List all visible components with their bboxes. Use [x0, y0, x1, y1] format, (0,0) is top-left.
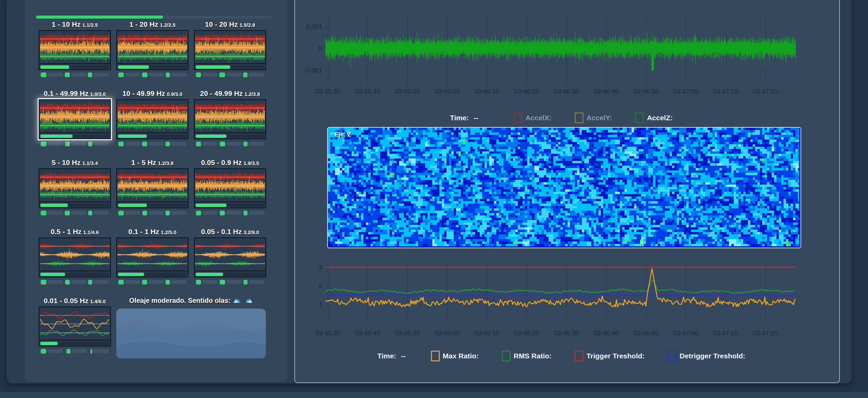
accelx-label: AccelX:: [526, 114, 552, 122]
accelz-checkbox[interactable]: [635, 112, 644, 123]
filter-band-thumbnail[interactable]: [194, 168, 266, 208]
filter-band-thumbnail[interactable]: [39, 168, 111, 208]
indicator-level: [196, 280, 201, 285]
filter-band-cell: 1 - 10 Hz1.1/2.5: [39, 19, 111, 88]
legend-item-accelz: AccelZ:: [635, 112, 673, 123]
filter-band-cell: 10 - 20 Hz1.5/2.8: [194, 19, 266, 88]
time-value: --: [474, 114, 478, 122]
filter-band-ratio: 0.9/3.0: [167, 91, 182, 97]
waveform-thumbnail-canvas: [117, 169, 188, 201]
filter-band-range: 0.5 - 1 Hz: [51, 228, 82, 235]
sea-state-label: Oleaje moderado. Sentido olas:: [116, 295, 266, 306]
channel-indicator: [243, 141, 264, 146]
filter-band-thumbnail[interactable]: [39, 30, 111, 70]
filter-band-thumbnail[interactable]: [39, 237, 111, 277]
indicator-level: [219, 72, 225, 77]
accely-checkbox[interactable]: [575, 112, 584, 123]
channel-indicators: [116, 141, 189, 146]
x-tick-label: 03:47:10: [713, 330, 738, 337]
indicator-track: [71, 142, 86, 146]
filter-band-range: 20 - 49.99 Hz: [200, 89, 243, 97]
filter-band-thumbnail[interactable]: [116, 30, 189, 70]
channel-indicators: [39, 210, 111, 215]
thumbnail-progress-fill: [40, 204, 68, 207]
channel-indicators: [39, 349, 111, 354]
thumbnail-progress: [39, 63, 110, 69]
indicator-level: [243, 211, 248, 215]
channel-indicator: [196, 72, 218, 77]
filter-band-ratio: 1.9/3.5: [243, 160, 259, 166]
indicator-track: [93, 211, 109, 215]
indicator-track: [71, 280, 86, 284]
filter-band-thumbnail[interactable]: [116, 168, 189, 208]
channel-indicator: [41, 349, 63, 354]
rms-ratio-checkbox[interactable]: [502, 351, 511, 361]
filter-band-ratio: 1.1/2.5: [82, 22, 98, 28]
indicator-track: [171, 280, 186, 284]
channel-indicator: [219, 72, 242, 77]
channel-indicator: [118, 279, 140, 285]
channel-indicator: [220, 210, 241, 215]
indicator-track: [72, 349, 87, 353]
filter-band-thumbnail[interactable]: [194, 237, 266, 277]
max-ratio-checkbox[interactable]: [431, 351, 440, 361]
channel-indicator: [196, 141, 218, 146]
accelx-checkbox[interactable]: [514, 112, 522, 123]
filter-band-thumbnail[interactable]: [39, 307, 111, 347]
indicator-level: [196, 142, 201, 146]
filter-band-thumbnail[interactable]: [194, 30, 266, 70]
filter-band-cell: 0.05 - 0.9 Hz1.9/3.5: [194, 157, 266, 226]
waveform-thumbnail-canvas: [195, 238, 265, 270]
bottom-strip: [0, 392, 868, 398]
filter-band-ratio: 1.2/3.8: [244, 91, 260, 97]
filter-band-ratio: 1.2/2.5: [160, 22, 176, 28]
time-value: --: [401, 352, 406, 360]
indicator-level: [88, 72, 92, 77]
channel-indicators: [194, 141, 266, 146]
charts-panel: 0,001 0 -0,001 03:45:3003:45:4003:45:500…: [294, 0, 840, 383]
indicator-level: [243, 142, 248, 146]
detrigger-threshold-checkbox[interactable]: [668, 351, 676, 361]
indicator-track: [171, 142, 186, 146]
filter-band-thumbnail[interactable]: [116, 237, 189, 277]
indicator-track: [249, 142, 264, 146]
thumbnail-progress: [39, 340, 110, 346]
x-tick-label: 03:45:30: [315, 88, 340, 95]
trigger-threshold-checkbox[interactable]: [575, 351, 584, 361]
x-tick-label: 03:45:50: [395, 88, 420, 95]
filter-band-title: 10 - 20 Hz1.5/2.8: [194, 19, 266, 30]
filter-band-thumbnail[interactable]: [39, 99, 111, 139]
filter-band-range: 1 - 20 Hz: [129, 20, 158, 28]
accelz-label: AccelZ:: [647, 114, 673, 122]
filter-band-ratio: 1.1/4.6: [83, 229, 99, 235]
legend-item-accelx: AccelX:: [514, 112, 552, 123]
indicator-track: [125, 142, 140, 146]
filter-band-thumbnail[interactable]: [194, 99, 266, 139]
indicator-level: [88, 211, 92, 215]
filter-band-cell: 0.05 - 0.1 Hz3.2/9.0: [194, 226, 266, 295]
thumbnail-progress-track: [118, 273, 187, 276]
x-tick-label: 03:45:40: [355, 330, 380, 337]
filter-band-ratio: 1.0/3.0: [90, 91, 106, 97]
x-tick-label: 03:45:30: [315, 330, 340, 337]
filter-band-range: 0.1 - 49.99 Hz: [44, 89, 88, 97]
waveform-thumbnail-canvas: [117, 100, 188, 132]
filter-band-thumbnail[interactable]: [116, 99, 189, 139]
legend-item-rms-ratio: RMS Ratio:: [502, 351, 552, 361]
x-tick-label: 03:46:30: [554, 330, 579, 337]
indicator-track: [71, 73, 86, 77]
indicator-level: [65, 280, 70, 285]
indicator-track: [47, 280, 63, 284]
thumbnail-progress: [117, 271, 188, 277]
x-tick-label: 03:45:40: [355, 88, 380, 95]
indicator-track: [125, 73, 140, 77]
channel-indicators: [39, 72, 111, 77]
thumbnail-progress-track: [118, 134, 187, 138]
filter-band-cell: 1 - 20 Hz1.2/2.5: [116, 19, 189, 88]
waveform-thumbnail-canvas: [39, 169, 110, 201]
thumbnail-progress-fill: [118, 134, 147, 138]
indicator-level: [243, 72, 248, 77]
filter-band-range: 5 - 10 Hz: [52, 159, 80, 166]
channel-indicator: [142, 72, 164, 77]
channel-indicator: [196, 210, 218, 215]
